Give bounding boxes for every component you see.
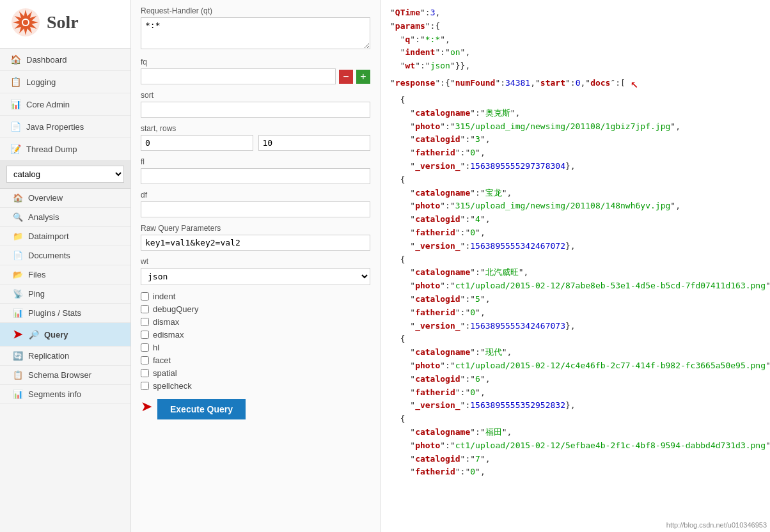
core-admin-icon: 📊 <box>10 98 21 110</box>
sub-nav-files[interactable]: 📂 Files <box>0 265 130 285</box>
sub-nav-overview[interactable]: 🏠 Overview <box>0 189 130 208</box>
rows-input[interactable] <box>258 135 371 151</box>
raw-query-input[interactable] <box>141 235 370 251</box>
fl-input[interactable] <box>141 168 370 184</box>
wt-select-container: json xml python ruby php csv <box>141 268 370 285</box>
result-line-1: "params":{ <box>390 20 760 33</box>
analysis-icon: 🔍 <box>13 212 23 222</box>
nav-label-java-properties: Java Properties <box>26 122 84 132</box>
dismax-checkbox[interactable] <box>141 318 149 326</box>
query-panel: Request-Handler (qt) *:* fq − + sort sta… <box>131 0 381 532</box>
nav-item-logging[interactable]: 📋 Logging <box>0 71 130 93</box>
wt-group: wt json xml python ruby php csv <box>141 257 370 285</box>
sub-nav-segments-info[interactable]: 📊 Segments info <box>0 385 130 404</box>
nav-item-java-properties[interactable]: 📄 Java Properties <box>0 116 130 138</box>
nav-item-dashboard[interactable]: 🏠 Dashboard <box>0 49 130 71</box>
sub-nav-label-query: Query <box>44 330 68 340</box>
edismax-checkbox[interactable] <box>141 331 149 339</box>
result-line-13: "catalogname":"宝龙", <box>390 187 760 200</box>
request-handler-input[interactable]: *:* <box>141 17 370 49</box>
result-line-33: "catalogid":"7", <box>390 453 760 466</box>
sort-input[interactable] <box>141 102 370 118</box>
hl-checkbox[interactable] <box>141 343 149 352</box>
facet-label[interactable]: facet <box>153 356 171 365</box>
execute-button-area: ➤ Execute Query <box>141 394 370 419</box>
fq-row: − + <box>141 68 370 84</box>
sub-nav-plugins-stats[interactable]: 📊 Plugins / Stats <box>0 304 130 323</box>
wt-label: wt <box>141 257 370 266</box>
nav-item-core-admin[interactable]: 📊 Core Admin <box>0 93 130 116</box>
start-input[interactable] <box>141 135 253 151</box>
raw-query-group: Raw Query Parameters <box>141 224 370 251</box>
spatial-checkbox-row: spatial <box>141 368 370 378</box>
result-line-30: { <box>390 412 760 426</box>
spellcheck-checkbox[interactable] <box>141 382 149 390</box>
request-handler-label: Request-Handler (qt) <box>141 6 370 15</box>
nav-item-thread-dump[interactable]: 📝 Thread Dump <box>0 138 130 160</box>
sub-nav-query[interactable]: ➤ 🔎 Query <box>0 323 130 347</box>
result-line-14: "photo":"315/upload_img/newsimg/201108/1… <box>390 199 760 213</box>
sub-nav-documents[interactable]: 📄 Documents <box>0 246 130 265</box>
result-line-24: { <box>390 332 760 346</box>
wt-select-dropdown[interactable]: json xml python ruby php csv <box>141 268 370 285</box>
sub-nav-ping[interactable]: 📡 Ping <box>0 285 130 304</box>
facet-checkbox-row: facet <box>141 356 370 365</box>
result-line-22: "fatherid":"0", <box>390 306 760 320</box>
df-label: df <box>141 191 370 199</box>
indent-checkbox[interactable] <box>141 292 149 301</box>
main-content: Request-Handler (qt) *:* fq − + sort sta… <box>131 0 770 532</box>
debug-query-label[interactable]: debugQuery <box>153 304 199 314</box>
result-line-2: "q":"*:*", <box>390 33 760 47</box>
edismax-label[interactable]: edismax <box>153 330 184 340</box>
sub-nav-label-schema-browser: Schema Browser <box>28 370 91 380</box>
indent-checkbox-label[interactable]: indent <box>153 292 175 301</box>
sidebar: Solr 🏠 Dashboard 📋 Logging 📊 Core Admin … <box>0 0 131 532</box>
result-line-20: "photo":"ct1/upload/2015-02-12/87abe8eb-… <box>390 279 760 293</box>
sub-nav-label-documents: Documents <box>28 251 70 260</box>
result-line-29: "_version_":1563895555352952832}, <box>390 399 760 412</box>
result-line-25: "catalogname":"现代", <box>390 346 760 359</box>
result-line-15: "catalogid":"4", <box>390 213 760 226</box>
execute-query-button[interactable]: Execute Query <box>157 399 246 419</box>
sub-nav-schema-browser[interactable]: 📋 Schema Browser <box>0 366 130 385</box>
spellcheck-label[interactable]: spellcheck <box>153 381 192 391</box>
start-rows-label: start, rows <box>141 124 370 133</box>
fq-remove-button[interactable]: − <box>339 70 353 84</box>
sub-nav-replication[interactable]: 🔄 Replication <box>0 347 130 366</box>
result-line-4: "wt":"json"}}, <box>390 59 760 73</box>
hl-label[interactable]: hl <box>153 343 159 352</box>
result-line-31: "catalogname":"福田", <box>390 426 760 439</box>
app-title: Solr <box>47 12 79 33</box>
edismax-checkbox-row: edismax <box>141 330 370 340</box>
spatial-checkbox[interactable] <box>141 369 149 377</box>
result-line-8: "photo":"315/upload_img/newsimg/201108/1… <box>390 120 760 134</box>
result-line-11: "_version_":1563895555297378304}, <box>390 160 760 173</box>
result-line-7: "catalogname":"奥克斯", <box>390 107 760 120</box>
segments-info-icon: 📊 <box>13 389 23 399</box>
spatial-label[interactable]: spatial <box>153 368 177 378</box>
result-line-5: "response":{"numFound":34381,"start":0,"… <box>390 73 760 93</box>
df-input[interactable] <box>141 201 370 217</box>
fl-label: fl <box>141 157 370 166</box>
core-selector-dropdown[interactable]: catalog <box>6 166 124 183</box>
sub-nav-label-analysis: Analysis <box>28 212 59 222</box>
nav-label-logging: Logging <box>26 77 56 87</box>
fq-input[interactable] <box>141 68 336 84</box>
result-line-12: { <box>390 173 760 187</box>
ping-icon: 📡 <box>13 289 23 299</box>
sub-nav-dataimport[interactable]: 📁 Dataimport <box>0 227 130 246</box>
facet-checkbox[interactable] <box>141 356 149 364</box>
logo-area: Solr <box>0 0 130 49</box>
start-rows-inputs <box>141 135 370 151</box>
dataimport-icon: 📁 <box>13 231 23 241</box>
df-group: df <box>141 191 370 217</box>
dismax-label[interactable]: dismax <box>153 317 179 327</box>
sub-nav-label-overview: Overview <box>28 193 63 203</box>
debug-query-checkbox[interactable] <box>141 305 149 313</box>
sub-nav-analysis[interactable]: 🔍 Analysis <box>0 208 130 227</box>
fq-add-button[interactable]: + <box>356 70 370 84</box>
sub-nav-label-segments-info: Segments info <box>28 389 81 399</box>
request-handler-group: Request-Handler (qt) *:* <box>141 6 370 51</box>
solr-logo-icon <box>10 6 42 38</box>
result-line-34: "fatherid":"0", <box>390 465 760 479</box>
